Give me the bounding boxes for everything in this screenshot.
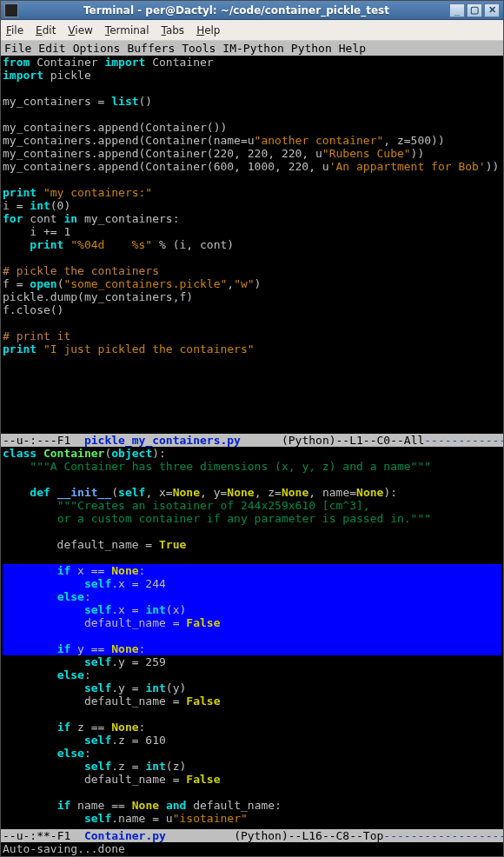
code-line[interactable]: my_containers.append(Container(600, 1000… [3,160,501,173]
code-line[interactable]: or a custom container if any parameter i… [3,512,501,525]
emacs-menu-buffers[interactable]: Buffers [127,42,175,55]
code-line[interactable]: self.x = 244 [3,577,501,590]
menu-help[interactable]: Help [196,24,220,37]
modeline-prefix: --u-:--- [3,434,57,447]
modeline-dashes: ------------------------- [383,829,503,842]
code-line[interactable] [3,629,501,642]
code-line[interactable]: self.name = u"isotainer" [3,812,501,825]
modeline-frame: F1 [57,829,71,842]
code-line[interactable]: """A Container has three dimensions (x, … [3,460,501,473]
code-line[interactable]: if z == None: [3,721,501,734]
terminal-app-icon [4,3,18,17]
window-title: Terminal - per@Dactyl: ~/code/container_… [23,4,449,17]
code-line[interactable]: print "my containers:" [3,186,501,199]
modeline-mode: (Python)--L1--C0--All [282,434,424,447]
code-line[interactable]: def __init__(self, x=None, y=None, z=Non… [3,486,501,499]
code-line[interactable]: print "I just pickled the containers" [3,342,501,355]
emacs-menu-python[interactable]: Python [291,42,332,55]
code-line[interactable]: self.z = 610 [3,734,501,747]
modeline-top[interactable]: --u-:---F1 pickle_my_containers.py (Pyth… [1,434,503,447]
code-line[interactable]: else: [3,668,501,681]
buffer-top[interactable]: from Container import Containerimport pi… [1,56,503,434]
maximize-button[interactable]: ▢ [467,3,482,17]
code-line[interactable]: if name == None and default_name: [3,799,501,812]
menu-terminal[interactable]: Terminal [105,24,149,37]
code-line[interactable] [3,108,501,121]
code-line[interactable]: # print it [3,329,501,342]
code-line[interactable]: print "%04d %s" % (i, cont) [3,238,501,251]
modeline-dashes: -------------------- [424,434,503,447]
menu-view[interactable]: View [68,24,92,37]
modeline-bottom[interactable]: --u-:**-F1 Container.py (Python)--L16--C… [1,829,503,842]
terminal-menubar[interactable]: File Edit View Terminal Tabs Help [1,20,503,41]
code-line[interactable]: self.z = int(z) [3,760,501,773]
emacs-menu-file[interactable]: File [4,42,31,55]
code-line[interactable]: default_name = False [3,694,501,708]
code-line[interactable] [3,316,501,329]
modeline-file: Container.py [84,829,166,842]
window-controls: _ ▢ ✕ [449,3,500,17]
code-line[interactable]: self.x = int(x) [3,603,501,616]
code-line[interactable]: class Container(object): [3,447,501,460]
code-line[interactable]: if x == None: [3,564,501,577]
code-line[interactable]: self.y = int(y) [3,681,501,694]
emacs-menu-help[interactable]: Help [339,42,366,55]
code-line[interactable]: f = open("some_containers.pickle","w") [3,277,501,290]
code-line[interactable]: i = int(0) [3,199,501,212]
code-line[interactable]: for cont in my_containers: [3,212,501,225]
emacs-menu-impython[interactable]: IM-Python [222,42,283,55]
menu-file[interactable]: File [6,24,23,37]
code-line[interactable]: f.close() [3,303,501,316]
emacs-menu-edit[interactable]: Edit [38,42,65,55]
code-line[interactable]: my_containers = list() [3,95,501,108]
emacs-menu-options[interactable]: Options [73,42,121,55]
code-line[interactable]: # pickle the containers [3,264,501,277]
code-line[interactable] [3,786,501,799]
minibuffer[interactable]: Auto-saving...done [1,842,503,856]
code-line[interactable] [3,82,501,95]
code-line[interactable]: self.y = 259 [3,655,501,668]
titlebar[interactable]: Terminal - per@Dactyl: ~/code/container_… [1,1,503,20]
modeline-frame: F1 [57,434,71,447]
emacs-menubar[interactable]: File Edit Options Buffers Tools IM-Pytho… [1,41,503,56]
code-line[interactable] [3,708,501,721]
code-line[interactable]: default_name = False [3,616,501,629]
buffer-bottom[interactable]: class Container(object): """A Container … [1,447,503,829]
code-line[interactable]: my_containers.append(Container(220, 220,… [3,147,501,160]
close-button[interactable]: ✕ [484,3,500,17]
code-line[interactable]: else: [3,747,501,760]
modeline-prefix: --u-:**- [3,829,57,842]
terminal-window: Terminal - per@Dactyl: ~/code/container_… [0,0,504,857]
code-line[interactable]: else: [3,590,501,603]
code-line[interactable]: pickle.dump(my_containers,f) [3,290,501,303]
code-line[interactable]: import pickle [3,69,501,82]
code-line[interactable] [3,473,501,486]
code-line[interactable] [3,551,501,564]
code-line[interactable] [3,251,501,264]
menu-edit[interactable]: Edit [36,24,56,37]
minimize-button[interactable]: _ [449,3,465,17]
code-line[interactable] [3,173,501,186]
code-line[interactable]: default_name = False [3,773,501,786]
code-line[interactable]: """Creates an isotainer of 244x259x610 [… [3,499,501,512]
modeline-file: pickle_my_containers.py [84,434,241,447]
code-line[interactable]: default_name = True [3,538,501,551]
code-line[interactable] [3,525,501,538]
code-line[interactable]: i += 1 [3,225,501,238]
editor-area: from Container import Containerimport pi… [1,56,503,856]
menu-tabs[interactable]: Tabs [162,24,185,37]
code-line[interactable]: my_containers.append(Container()) [3,121,501,134]
code-line[interactable]: from Container import Container [3,56,501,69]
emacs-menu-tools[interactable]: Tools [182,42,216,55]
modeline-mode: (Python)--L16--C8--Top [234,829,383,842]
code-line[interactable]: my_containers.append(Container(name=u"an… [3,134,501,147]
code-line[interactable]: if y == None: [3,642,501,655]
